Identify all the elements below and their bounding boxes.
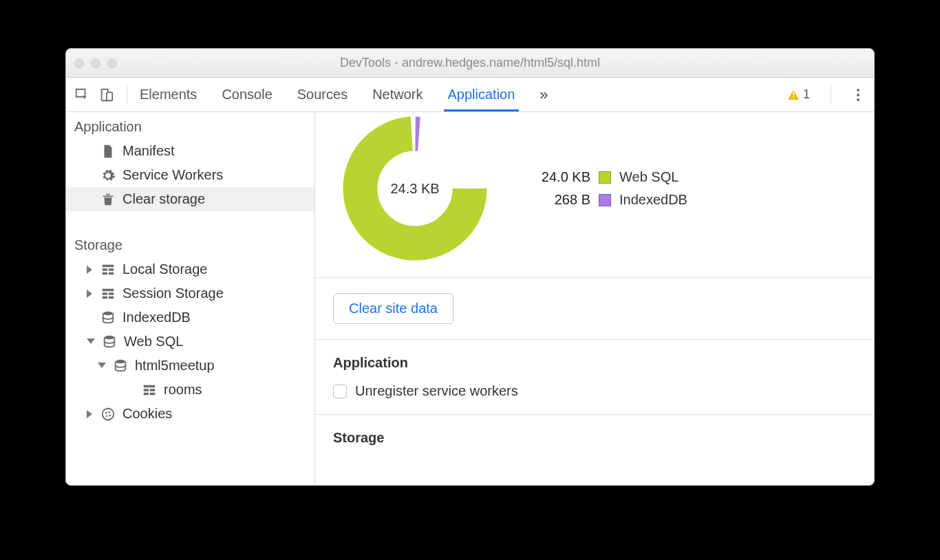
storage-usage-donut: 24.3 KB [343,116,487,261]
tab-network[interactable]: Network [372,78,423,111]
chevrons-right-icon: » [540,86,544,104]
legend-label: IndexedDB [619,192,687,208]
toolbar-separator [127,85,127,105]
sidebar-item-label: Service Workers [122,167,223,183]
device-toggle-icon[interactable] [99,87,114,103]
checkbox-row-unregister-sw[interactable]: Unregister service workers [333,383,856,399]
sidebar-section-application: Application [66,112,314,139]
sidebar-item-manifest[interactable]: Manifest [66,139,314,163]
window-titlebar: DevTools - andrew.hedges.name/html5/sql.… [66,49,874,78]
svg-point-5 [103,408,114,420]
chevron-right-icon [87,266,94,274]
svg-point-7 [109,411,110,413]
legend-swatch [599,194,611,206]
table-icon [100,286,116,301]
sidebar-item-web-sql-db[interactable]: html5meetup [66,354,314,378]
svg-point-8 [106,415,107,416]
sidebar-section-storage: Storage [66,230,314,257]
sidebar-item-label: html5meetup [135,358,215,374]
sidebar-item-label: Cookies [122,406,172,422]
svg-point-4 [116,359,126,363]
legend-row-indexeddb: 268 B IndexedDB [528,192,687,208]
svg-point-9 [109,414,111,416]
tab-sources[interactable]: Sources [297,78,348,111]
chevron-right-icon [87,290,94,298]
sidebar-item-web-sql-table[interactable]: rooms [66,378,314,402]
clear-site-data-button[interactable]: Clear site data [333,293,453,324]
window-title: DevTools - andrew.hedges.name/html5/sql.… [66,56,874,70]
chevron-down-icon [98,363,106,369]
sidebar-item-indexeddb[interactable]: IndexedDB [66,305,314,330]
zoom-window-icon[interactable] [107,58,117,68]
sidebar-item-cookies[interactable]: Cookies [66,402,314,426]
clear-storage-panel: 24.3 KB 24.0 KB Web SQL 268 B IndexedDB [315,112,874,485]
legend-value: 24.0 KB [528,169,590,185]
sidebar-item-service-workers[interactable]: Service Workers [66,163,314,187]
sidebar-item-clear-storage[interactable]: Clear storage [66,187,314,211]
sidebar-item-label: Web SQL [124,334,183,349]
table-icon [142,383,157,398]
database-icon [113,358,128,374]
storage-legend: 24.0 KB Web SQL 268 B IndexedDB [528,169,687,208]
svg-point-6 [105,411,107,413]
cookie-icon [100,407,116,422]
legend-swatch [599,171,611,184]
sidebar-item-label: rooms [164,382,202,398]
database-icon [100,310,116,325]
inspect-element-icon[interactable] [74,87,89,103]
sidebar-item-label: Local Storage [122,261,207,277]
traffic-lights [74,58,117,68]
tab-elements[interactable]: Elements [140,78,197,111]
legend-label: Web SQL [619,169,679,185]
close-window-icon[interactable] [74,58,84,68]
tabs-overflow[interactable]: » [540,78,544,111]
minimize-window-icon[interactable] [91,58,100,68]
sidebar-item-label: Manifest [122,143,175,159]
sidebar-item-web-sql[interactable]: Web SQL [66,330,314,354]
application-sidebar: Application Manifest Service Workers [66,112,315,485]
svg-rect-1 [107,92,112,100]
section-heading-application: Application [333,355,856,371]
devtools-window: DevTools - andrew.hedges.name/html5/sql.… [65,48,875,486]
devtools-tabs: Elements Console Sources Network Applica… [134,78,544,111]
donut-center-label: 24.3 KB [381,154,449,223]
warning-count: 1 [803,87,810,102]
devtools-toolbar: Elements Console Sources Network Applica… [66,78,874,112]
legend-row-web-sql: 24.0 KB Web SQL [528,169,687,185]
sidebar-item-session-storage[interactable]: Session Storage [66,281,314,305]
database-icon [102,334,117,349]
warnings-indicator[interactable]: 1 [788,87,810,102]
trash-icon [100,192,116,207]
gear-icon [100,168,116,183]
checkbox-icon[interactable] [333,385,347,398]
tab-console[interactable]: Console [222,78,272,111]
sidebar-item-label: Clear storage [122,191,205,207]
sidebar-item-label: IndexedDB [122,310,191,325]
toolbar-separator [831,85,831,105]
sidebar-item-local-storage[interactable]: Local Storage [66,257,314,281]
sidebar-item-label: Session Storage [122,286,224,301]
chevron-down-icon [87,338,95,345]
svg-point-2 [103,311,114,315]
warning-icon [788,90,799,100]
legend-value: 268 B [528,192,590,208]
tab-application[interactable]: Application [448,78,515,111]
chevron-right-icon [87,410,94,418]
svg-point-3 [105,335,115,339]
document-icon [100,144,116,159]
checkbox-label: Unregister service workers [355,383,518,399]
section-heading-storage: Storage [333,430,856,446]
table-icon [100,262,116,277]
settings-menu-button[interactable] [852,89,864,101]
